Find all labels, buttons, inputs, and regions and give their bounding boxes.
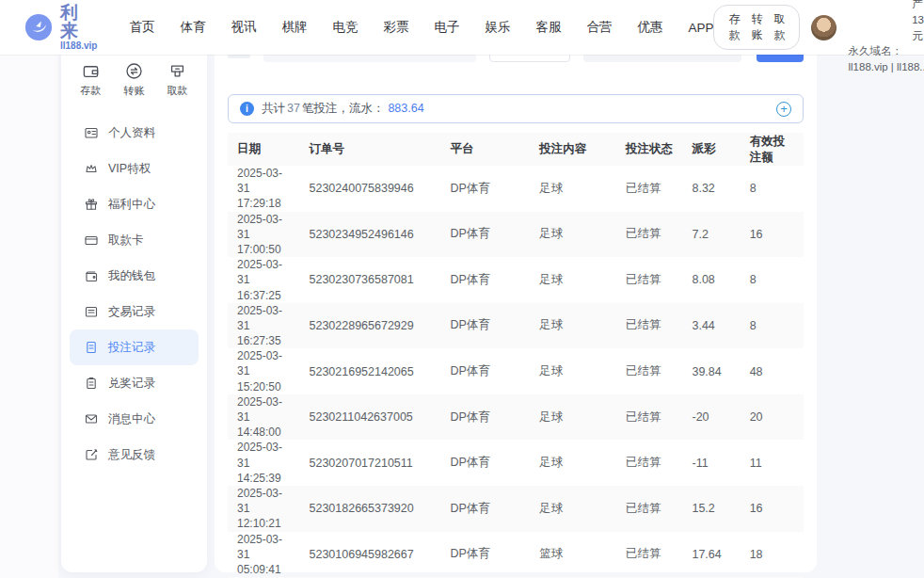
withdraw-icon	[168, 62, 186, 80]
wallet-action[interactable]: 取款	[773, 11, 785, 43]
nav-item[interactable]: 彩票	[383, 19, 408, 36]
cell-status: 已结算	[616, 257, 682, 303]
cell-order: 5230207017210511	[300, 440, 441, 486]
sidebar-item[interactable]: 个人资料	[70, 115, 199, 151]
quick-action[interactable]: 取款	[167, 62, 188, 98]
welfare-icon	[84, 197, 99, 212]
cell-status: 已结算	[616, 303, 682, 349]
cell-valid: 8	[741, 257, 804, 303]
info-icon: i	[240, 102, 254, 116]
cell-order: 5230211042637005	[300, 394, 441, 441]
bet-count: 37	[287, 102, 300, 115]
cell-content: 足球	[530, 348, 616, 394]
plus-circle-icon[interactable]: +	[776, 102, 791, 117]
sidebar-item-label: 取款卡	[108, 233, 144, 249]
cell-platform: DP体育	[440, 348, 530, 394]
wallet-actions-pill: 存款转账取款	[713, 5, 800, 50]
cell-date: 2025-03-3116:27:35	[228, 303, 300, 349]
cell-content: 足球	[530, 440, 616, 486]
sidebar-item-label: VIP特权	[108, 161, 151, 177]
sidebar-item-label: 投注记录	[108, 340, 155, 356]
logo-icon	[24, 13, 53, 41]
sidebar-item[interactable]: VIP特权	[70, 151, 199, 186]
cell-date: 2025-03-3114:25:39	[228, 440, 300, 486]
sidebar-menu: 个人资料VIP特权福利中心取款卡我的钱包交易记录投注记录兑奖记录消息中心意见反馈	[61, 115, 207, 473]
table-row: 2025-03-3116:37:255230230736587081DP体育足球…	[228, 257, 804, 303]
sidebar-item-label: 消息中心	[108, 411, 155, 427]
cell-order: 5230228965672929	[300, 303, 441, 349]
sidebar-item[interactable]: 投注记录	[70, 329, 199, 365]
sidebar-item[interactable]: 取款卡	[70, 222, 199, 258]
cell-payout: 7.2	[682, 212, 740, 258]
column-header: 投注状态	[616, 133, 682, 166]
redeem-icon	[84, 376, 99, 391]
sidebar-item[interactable]: 兑奖记录	[70, 365, 199, 401]
withdraw-card-icon	[84, 233, 99, 248]
feedback-icon	[84, 447, 99, 462]
sidebar-item[interactable]: 交易记录	[70, 294, 199, 329]
cell-payout: -11	[682, 440, 740, 486]
sidebar: 存款转账取款 个人资料VIP特权福利中心取款卡我的钱包交易记录投注记录兑奖记录消…	[61, 45, 207, 572]
sidebar-item-label: 交易记录	[108, 304, 155, 320]
nav-item[interactable]: 体育	[180, 19, 205, 36]
cell-payout: 15.2	[682, 486, 740, 532]
transfer-icon	[125, 62, 143, 80]
cell-date: 2025-03-3112:10:21	[228, 486, 300, 532]
table-header-row: 日期订单号平台投注内容投注状态派彩有效投注额	[228, 133, 804, 166]
nav-item[interactable]: 电子	[434, 19, 459, 36]
sidebar-item-label: 意见反馈	[108, 447, 155, 463]
deposit-icon	[82, 62, 100, 80]
nav-item[interactable]: 客服	[535, 19, 561, 36]
nav-item[interactable]: 视讯	[231, 19, 256, 36]
quick-action-label: 转账	[124, 84, 145, 98]
logo[interactable]: 利来 ll188.vip	[24, 4, 97, 51]
quick-action[interactable]: 存款	[81, 62, 102, 98]
cell-payout: 39.84	[682, 348, 740, 394]
cell-date: 2025-03-3117:29:18	[228, 166, 300, 212]
quick-action[interactable]: 转账	[124, 62, 145, 98]
cell-valid: 8	[741, 303, 804, 349]
cell-payout: 17.64	[682, 532, 740, 578]
table-row: 2025-03-3115:20:505230216952142065DP体育足球…	[228, 348, 804, 394]
sidebar-item[interactable]: 意见反馈	[70, 437, 199, 473]
transaction-icon	[84, 304, 99, 319]
nav-item[interactable]: 电竞	[332, 19, 358, 36]
navbar-right: 存款转账取款 anxin3399 总资产：1363.49元 永久域名：ll188…	[713, 0, 924, 75]
column-header: 派彩	[682, 133, 740, 166]
nav-item[interactable]: 娱乐	[485, 19, 510, 36]
nav-item[interactable]: 优惠	[637, 19, 662, 36]
sidebar-item-label: 我的钱包	[108, 268, 155, 284]
logo-title: 利来	[60, 4, 97, 40]
cell-order: 5230234952496146	[300, 212, 441, 258]
table-row: 2025-03-3116:27:355230228965672929DP体育足球…	[228, 303, 804, 349]
cell-status: 已结算	[616, 394, 682, 441]
permanent-domain: 永久域名：ll188.vip | ll188....	[848, 43, 924, 74]
nav-item[interactable]: 合营	[586, 19, 612, 36]
nav-item[interactable]: APP	[688, 21, 713, 35]
nav-item[interactable]: 首页	[129, 19, 154, 36]
wallet-action[interactable]: 转账	[751, 11, 762, 43]
sidebar-item[interactable]: 福利中心	[70, 186, 199, 222]
cell-status: 已结算	[616, 166, 682, 212]
cell-order: 5230216952142065	[300, 348, 441, 394]
cell-payout: 8.32	[682, 166, 740, 212]
table-row: 2025-03-3112:10:215230182665373920DP体育足球…	[228, 486, 804, 532]
cell-platform: DP体育	[440, 166, 530, 212]
bet-records-table: 日期订单号平台投注内容投注状态派彩有效投注额 2025-03-3117:29:1…	[228, 133, 804, 578]
cell-payout: -20	[682, 394, 740, 441]
sidebar-item[interactable]: 消息中心	[70, 401, 199, 437]
cell-status: 已结算	[616, 440, 682, 486]
table-row: 2025-03-3114:48:005230211042637005DP体育足球…	[228, 394, 804, 441]
cell-platform: DP体育	[440, 440, 530, 486]
cell-order: 5230230736587081	[300, 257, 441, 303]
wallet-action[interactable]: 存款	[728, 11, 740, 43]
cell-platform: DP体育	[440, 257, 530, 303]
cell-content: 足球	[530, 303, 616, 349]
cell-status: 已结算	[616, 532, 682, 578]
cell-valid: 16	[741, 212, 804, 258]
main-panel: i 共计37笔投注，流水：883.64 + 日期订单号平台投注内容投注状态派彩有…	[215, 45, 817, 572]
avatar[interactable]	[811, 15, 836, 40]
sidebar-item[interactable]: 我的钱包	[70, 258, 199, 294]
nav-item[interactable]: 棋牌	[281, 19, 307, 36]
quick-action-label: 取款	[167, 84, 188, 98]
